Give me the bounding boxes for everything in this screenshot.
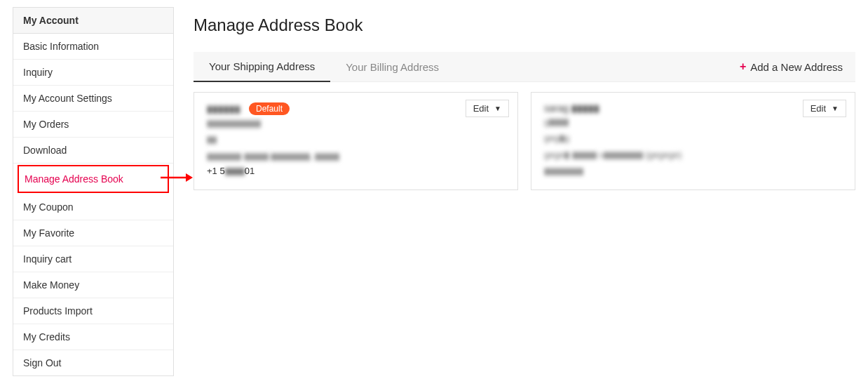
sidebar-item-download[interactable]: Download [13,138,173,164]
address-phone: +1 5▮▮▮▮01 [207,166,505,176]
address-cards: Edit ▼ ▮▮▮▮▮▮ Default ▮▮▮▮▮▮▮▮▮▮▮ ▮▮ ▮▮▮… [194,92,855,190]
address-card: Edit ▼ sarag ▮▮▮▮▮ g▮▮▮▮ geg▮g gege▮ ▮▮▮… [531,92,855,190]
sidebar-item-my-favorite[interactable]: My Favorite [13,220,173,246]
address-line: gege▮ ▮▮▮▮▮ s▮▮▮▮▮▮▮▮ (gegege) [544,147,842,163]
caret-down-icon: ▼ [494,105,501,112]
sidebar-item-make-money[interactable]: Make Money [13,272,173,298]
tabs-bar: Your Shipping Address Your Billing Addre… [194,52,855,82]
sidebar-item-inquiry-cart[interactable]: Inquiry cart [13,246,173,272]
edit-button-label: Edit [473,103,489,114]
sidebar-header: My Account [13,8,173,34]
sidebar-item-sign-out[interactable]: Sign Out [13,350,173,375]
sidebar-item-manage-address-book[interactable]: Manage Address Book [18,165,169,193]
tab-billing-address[interactable]: Your Billing Address [330,53,454,81]
edit-button-label: Edit [811,103,826,114]
sidebar-item-basic-information[interactable]: Basic Information [13,34,173,60]
add-new-address-button[interactable]: + Add a New Address [727,52,855,81]
sidebar-item-my-credits[interactable]: My Credits [13,324,173,350]
address-line: ▮▮ [207,131,505,147]
add-new-address-label: Add a New Address [750,61,843,73]
sidebar-item-my-coupon[interactable]: My Coupon [13,194,173,220]
sidebar-item-products-import[interactable]: Products Import [13,298,173,324]
address-line: ▮▮▮▮▮▮▮▮▮▮▮ [207,115,505,131]
address-line: g▮▮▮▮ [544,114,842,130]
address-name: sarag ▮▮▮▮▮ [544,102,599,114]
address-line: ▮▮▮▮▮▮▮ ▮▮▮▮▮ ▮▮▮▮▮▮▮▮, ▮▮▮▮▮ [207,148,505,164]
sidebar: My Account Basic Information Inquiry My … [13,7,174,376]
sidebar-item-account-settings[interactable]: My Account Settings [13,86,173,112]
default-badge: Default [249,102,290,115]
main-content: Manage Address Book Your Shipping Addres… [194,7,855,376]
address-card: Edit ▼ ▮▮▮▮▮▮ Default ▮▮▮▮▮▮▮▮▮▮▮ ▮▮ ▮▮▮… [194,92,518,190]
sidebar-item-inquiry[interactable]: Inquiry [13,60,173,86]
plus-icon: + [740,60,746,73]
tab-shipping-address[interactable]: Your Shipping Address [194,52,330,82]
sidebar-item-my-orders[interactable]: My Orders [13,112,173,138]
page-title: Manage Address Book [194,15,855,35]
svg-marker-1 [186,173,193,182]
address-line: geg▮g [544,130,842,146]
address-name: ▮▮▮▮▮▮ [207,103,240,114]
caret-down-icon: ▼ [832,105,839,112]
address-line: ▮▮▮▮▮▮▮▮ [544,163,842,179]
